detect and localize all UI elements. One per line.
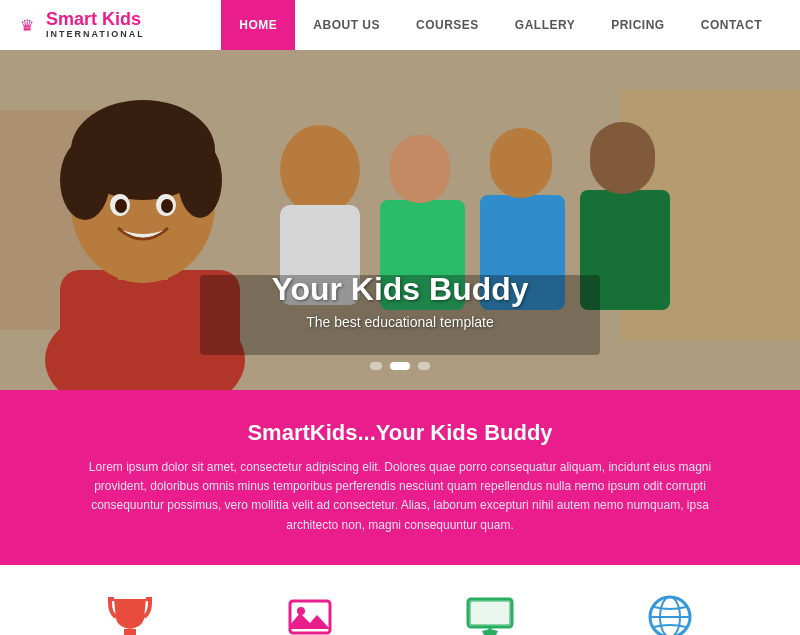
nav-pricing[interactable]: PRICING	[593, 0, 683, 50]
header: ♛ Smart Kids INTERNATIONAL HOME ABOUT US…	[0, 0, 800, 50]
trophy-icon	[104, 591, 156, 635]
icon-item-globe	[644, 591, 696, 635]
svg-rect-30	[468, 599, 512, 627]
nav-home[interactable]: HOME	[221, 0, 295, 50]
dot-2[interactable]	[390, 362, 410, 370]
crown-icon: ♛	[20, 16, 34, 35]
dot-1[interactable]	[370, 362, 382, 370]
hero-title: Your Kids Buddy	[271, 271, 528, 308]
hero-subtitle: The best educational template	[271, 314, 528, 330]
globe-icon	[644, 591, 696, 635]
hero-dots	[370, 362, 430, 370]
hero-section: Your Kids Buddy The best educational tem…	[0, 50, 800, 390]
logo: ♛ Smart Kids INTERNATIONAL	[20, 10, 145, 40]
pink-section: SmartKids...Your Kids Buddy Lorem ipsum …	[0, 390, 800, 565]
main-nav: HOME ABOUT US COURSES GALLERY PRICING CO…	[221, 0, 780, 50]
hero-text: Your Kids Buddy The best educational tem…	[271, 271, 528, 330]
pink-section-heading: SmartKids...Your Kids Buddy	[60, 420, 740, 446]
icons-row	[0, 565, 800, 635]
nav-courses[interactable]: COURSES	[398, 0, 497, 50]
dot-3[interactable]	[418, 362, 430, 370]
logo-smart-kids: Smart Kids	[46, 10, 145, 30]
icon-item-trophy	[104, 591, 156, 635]
pink-section-body: Lorem ipsum dolor sit amet, consectetur …	[70, 458, 730, 535]
nav-contact[interactable]: CONTACT	[683, 0, 780, 50]
icon-item-monitor	[464, 591, 516, 635]
hero-image	[0, 50, 800, 390]
image-icon	[284, 591, 336, 635]
svg-point-28	[297, 607, 305, 615]
logo-international: INTERNATIONAL	[46, 30, 145, 40]
svg-point-33	[650, 597, 690, 635]
svg-point-34	[660, 597, 680, 635]
nav-about[interactable]: ABOUT US	[295, 0, 398, 50]
icon-item-image	[284, 591, 336, 635]
monitor-icon	[464, 591, 516, 635]
nav-gallery[interactable]: GALLERY	[497, 0, 593, 50]
logo-text: Smart Kids INTERNATIONAL	[46, 10, 145, 40]
